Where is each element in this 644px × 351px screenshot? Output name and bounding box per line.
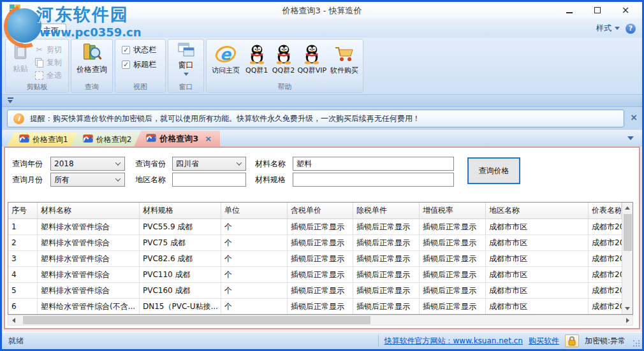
app-window: 价格查询3 - 快算造价 × 造价 主页 样式 ? 粘贴 [0, 0, 644, 351]
tab-price-query-2[interactable]: 价格查询2 [71, 133, 140, 147]
month-select[interactable]: 所有 [50, 173, 125, 187]
scroll-up-icon[interactable] [622, 203, 633, 213]
minimize-icon [566, 12, 573, 13]
province-select[interactable]: 四川省 [172, 157, 246, 171]
notice-band: i 提醒：购买快算造价软件的加密锁后，就可以使用所有功能。快算软件永久免费升级，… [2, 107, 642, 130]
qq-penguin-icon [248, 42, 266, 66]
chevron-down-icon [115, 176, 121, 181]
cell: PVC110 成都 [140, 267, 221, 282]
price-query-button[interactable]: 价格查询 [71, 39, 112, 83]
buy-software-button[interactable]: 软件购买 [327, 42, 362, 83]
cut-button[interactable]: ✂ 剪切 [33, 43, 63, 56]
cell: 插锁后正常显示 [353, 219, 420, 234]
table-row[interactable]: 3塑料排水管管件综合PVC82.6 成都个插锁后正常显示插锁后正常显示插锁后正常… [8, 251, 622, 267]
material-name-input[interactable] [293, 157, 454, 171]
cell: 塑料排水管管件综合 [38, 219, 140, 234]
chart-tab-icon [83, 134, 93, 145]
help-icon[interactable]: ? [626, 24, 636, 34]
table-row[interactable]: 4塑料排水管管件综合PVC110 成都个插锁后正常显示插锁后正常显示插锁后正常显… [8, 267, 622, 283]
cell: 成都市20 [589, 267, 622, 282]
qq-group2-button[interactable]: QQ群2 [270, 42, 297, 83]
style-label: 样式 [596, 23, 611, 34]
column-header[interactable]: 地区名称 [486, 203, 589, 218]
shopping-cart-icon [334, 42, 355, 66]
horizontal-scroll-thumb[interactable] [23, 316, 370, 324]
year-value: 2018 [54, 159, 74, 168]
title-bar-checkbox[interactable]: ✓ 标题栏 [122, 59, 165, 70]
customize-toolbar-icon[interactable] [6, 97, 15, 105]
column-header[interactable]: 序号 [8, 203, 38, 218]
column-header[interactable]: 材料规格 [140, 203, 221, 218]
cell: 插锁后正常显示 [420, 267, 486, 282]
table-row[interactable]: 6塑料给水管管件综合(不含...DN15（PVC-U粘接...个插锁后正常显示插… [8, 299, 622, 314]
cell: 3 [8, 251, 38, 266]
query-price-button[interactable]: 查询价格 [467, 157, 520, 184]
month-value: 所有 [54, 175, 70, 185]
column-header[interactable]: 单位 [221, 203, 288, 218]
cell: 插锁后正常显示 [420, 299, 486, 314]
window-button-label: 窗口 [179, 60, 194, 71]
table-row[interactable]: 1塑料排水管管件综合PVC55.9 成都个插锁后正常显示插锁后正常显示插锁后正常… [8, 219, 622, 235]
status-bar: 就绪 快算软件官方网站：www.ksuan.net.cn 购买软件 加密锁:异常 [2, 332, 642, 349]
style-dropdown[interactable]: 样式 [596, 23, 620, 34]
cell: 个 [221, 219, 288, 234]
quick-access-strip [2, 95, 642, 107]
book-search-icon [82, 42, 102, 64]
minimize-button[interactable] [555, 2, 583, 18]
status-bar-checkbox[interactable]: ✓ 状态栏 [122, 45, 165, 55]
qq-group1-label: QQ群1 [245, 66, 268, 75]
ribbon: 粘贴 ✂ 剪切 复制 全选 剪贴板 [2, 38, 642, 95]
vertical-scroll-thumb[interactable] [624, 214, 632, 251]
chevron-down-icon [615, 27, 620, 30]
column-header[interactable]: 材料名称 [38, 203, 140, 218]
window-menu-button[interactable]: 窗口 [168, 39, 203, 83]
qq-group-vip-button[interactable]: QQ群VIP [296, 42, 327, 83]
window-title: 价格查询3 - 快算造价 [2, 5, 642, 17]
cell: 成都市20 [589, 219, 622, 234]
cell: 插锁后正常显示 [420, 251, 486, 266]
cell: 成都市市区 [486, 299, 589, 314]
visit-homepage-label: 访问主页 [212, 66, 240, 75]
column-header[interactable]: 价表名称 [589, 203, 622, 218]
tab-close-icon[interactable]: × [205, 134, 212, 143]
ribbon-group-clipboard: 粘贴 ✂ 剪切 复制 全选 剪贴板 [5, 39, 69, 93]
cell: 4 [8, 267, 38, 282]
vertical-scrollbar[interactable] [622, 203, 633, 314]
separator [378, 335, 379, 347]
cell: 插锁后正常显示 [420, 283, 486, 298]
ribbon-tab-row: 主页 样式 ? [2, 18, 642, 38]
cell: 插锁后正常显示 [353, 267, 420, 282]
close-button[interactable]: × [611, 2, 640, 18]
maximize-button[interactable] [583, 2, 611, 18]
official-website-link[interactable]: 快算软件官方网站：www.ksuan.net.cn [384, 336, 523, 347]
select-all-button[interactable]: 全选 [33, 69, 63, 82]
group-label-help: 帮助 [207, 83, 363, 92]
tab-price-query-1[interactable]: 价格查询1 [7, 133, 77, 147]
notice-close-icon[interactable]: × [630, 112, 638, 122]
year-select[interactable]: 2018 [50, 157, 125, 171]
tab-list-dropdown-icon[interactable] [627, 136, 634, 140]
table-row[interactable]: 5塑料排水管管件综合PVC160 成都个插锁后正常显示插锁后正常显示插锁后正常显… [8, 283, 622, 299]
column-header[interactable]: 含税单价 [288, 203, 353, 218]
region-input[interactable] [172, 173, 246, 187]
horizontal-scrollbar[interactable] [8, 315, 633, 326]
info-icon: i [13, 113, 24, 124]
paste-button[interactable]: 粘贴 [8, 41, 33, 83]
window-controls: × [555, 2, 640, 18]
resize-grip[interactable] [633, 340, 640, 347]
cell: 成都市市区 [486, 219, 589, 234]
tab-price-query-3[interactable]: 价格查询3 × [134, 131, 220, 147]
table-row[interactable]: 2塑料排水管管件综合PVC75 成都个插锁后正常显示插锁后正常显示插锁后正常显示… [8, 235, 622, 251]
copy-button[interactable]: 复制 [33, 56, 63, 69]
scroll-down-icon[interactable] [622, 303, 633, 314]
material-spec-input[interactable] [293, 173, 454, 187]
buy-software-link[interactable]: 购买软件 [529, 336, 559, 347]
visit-homepage-button[interactable]: e 访问主页 [208, 42, 244, 83]
column-header[interactable]: 增值税率 [420, 203, 486, 218]
column-header[interactable]: 除税单件 [353, 203, 420, 218]
scroll-left-icon[interactable] [8, 315, 18, 325]
qq-group1-button[interactable]: QQ群1 [244, 42, 270, 83]
price-query-label: 价格查询 [77, 64, 107, 75]
scroll-right-icon[interactable] [622, 315, 633, 325]
tab-home[interactable]: 主页 [36, 24, 66, 38]
